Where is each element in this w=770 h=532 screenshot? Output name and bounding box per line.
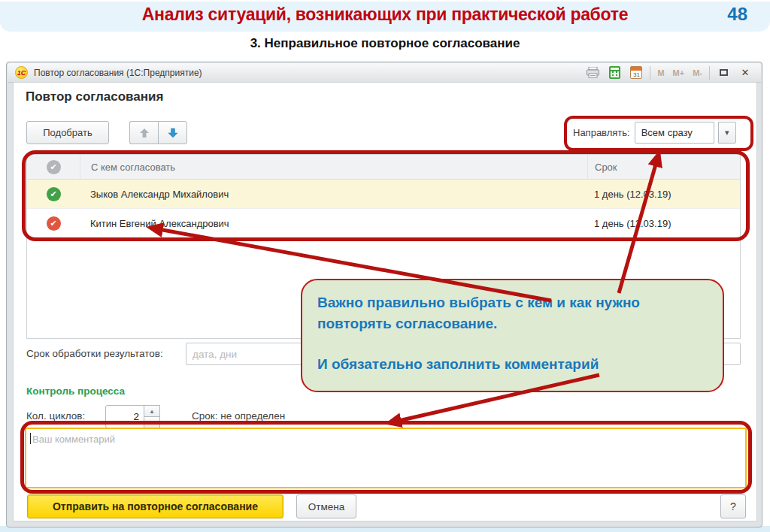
maximize-button[interactable]	[715, 65, 732, 80]
page-number: 48	[727, 4, 747, 25]
check-icon	[47, 160, 61, 174]
memory-m-plus-button[interactable]: M+	[671, 68, 687, 77]
table-row[interactable]: Зыков Александр Михайлович 1 день (12.03…	[27, 180, 740, 209]
slide: Анализ ситуаций, возникающих при практич…	[0, 0, 770, 532]
comment-field-wrap	[25, 428, 747, 488]
slide-subtitle: 3. Неправильное повторное согласование	[0, 36, 770, 51]
status-cell	[27, 209, 80, 237]
rejected-check-icon	[47, 216, 61, 231]
callout-line-2: И обязательно заполнить комментарий	[317, 354, 708, 375]
arrow-down-icon	[168, 128, 178, 138]
1c-logo-icon: 1С	[15, 66, 28, 79]
help-button[interactable]: ?	[720, 494, 746, 518]
calendar-icon[interactable]: 31	[628, 65, 644, 80]
submit-button[interactable]: Отправить на повторное согласование	[27, 494, 283, 518]
move-up-button[interactable]	[129, 121, 158, 144]
approver-term[interactable]: 1 день (12.03.19)	[587, 180, 740, 208]
approver-term[interactable]: 1 день (12.03.19)	[587, 209, 740, 237]
direct-label: Направлять:	[573, 127, 630, 138]
process-control-section-label: Контроль процесса	[26, 385, 125, 397]
cycles-label: Кол. циклов:	[26, 410, 85, 422]
titlebar-separator	[709, 66, 710, 80]
memory-m-button[interactable]: M	[656, 68, 665, 77]
status-column-header	[27, 155, 80, 179]
print-icon[interactable]	[584, 65, 601, 80]
callout-line-1: Важно правильно выбрать с кем и как нужн…	[317, 292, 702, 334]
table-row[interactable]: Китин Евгений Александрович 1 день (12.0…	[27, 209, 740, 238]
text-cursor	[30, 433, 31, 444]
move-down-button[interactable]	[158, 121, 187, 144]
status-cell	[27, 180, 80, 208]
pick-button[interactable]: Подобрать	[26, 121, 109, 144]
memory-m-minus-button[interactable]: M-	[691, 68, 704, 77]
calculator-icon[interactable]	[606, 65, 623, 80]
callout-note: Важно правильно выбрать с кем и как нужн…	[301, 279, 724, 392]
close-button[interactable]	[737, 65, 753, 80]
approver-name[interactable]: Зыков Александр Михайлович	[80, 180, 587, 208]
name-column-header[interactable]: С кем согласовать	[80, 155, 587, 179]
comment-input[interactable]	[25, 428, 747, 488]
term-column-header[interactable]: Срок	[587, 155, 740, 179]
arrow-up-icon	[139, 128, 150, 138]
step-down-icon[interactable]	[144, 417, 160, 428]
titlebar-separator	[650, 66, 650, 80]
chevron-down-icon[interactable]	[718, 122, 736, 144]
dialog-title: Повтор согласования	[26, 89, 163, 104]
term-status-label: Срок: не определен	[192, 410, 285, 422]
reorder-buttons	[129, 121, 187, 144]
direct-select[interactable]: Всем сразу	[635, 122, 714, 144]
slide-title: Анализ ситуаций, возникающих при практич…	[0, 5, 770, 25]
window-titlebar[interactable]: 1С Повтор согласования (1С:Предприятие) …	[8, 63, 761, 83]
cycles-input[interactable]	[105, 405, 144, 428]
window-title: Повтор согласования (1С:Предприятие)	[34, 68, 202, 78]
approver-name[interactable]: Китин Евгений Александрович	[80, 209, 587, 237]
approved-check-icon	[47, 187, 61, 201]
cancel-button[interactable]: Отмена	[296, 494, 356, 518]
stepper-buttons	[144, 405, 160, 428]
table-header-row[interactable]: С кем согласовать Срок	[27, 155, 740, 180]
direct-control: Направлять: Всем сразу	[573, 121, 736, 144]
cycles-stepper	[105, 405, 161, 428]
processing-term-label: Срок обработки результатов:	[26, 348, 163, 359]
titlebar-controls: 31 M M+ M-	[584, 65, 753, 80]
step-up-icon[interactable]	[144, 405, 160, 417]
